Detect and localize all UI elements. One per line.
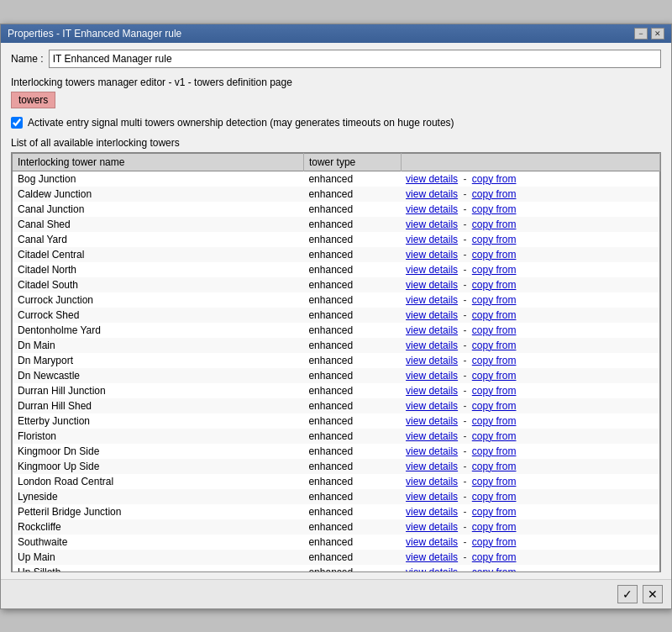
tower-actions-cell: view details - copy from <box>401 535 659 550</box>
tower-type-cell: enhanced <box>303 308 401 323</box>
minimize-button[interactable]: − <box>634 28 648 40</box>
view-details-link[interactable]: view details <box>406 234 458 245</box>
copy-from-link[interactable]: copy from <box>472 400 517 412</box>
tower-actions-cell: view details - copy from <box>401 489 659 504</box>
ok-button[interactable]: ✓ <box>617 585 638 603</box>
table-row: Floristonenhancedview details - copy fro… <box>13 429 660 444</box>
copy-from-link[interactable]: copy from <box>472 264 517 276</box>
table-row: Dentonholme Yardenhancedview details - c… <box>13 323 660 338</box>
name-input[interactable] <box>49 50 661 68</box>
col-header-name: Interlocking tower name <box>13 153 304 171</box>
activation-checkbox[interactable] <box>11 117 23 129</box>
view-details-link[interactable]: view details <box>406 203 458 215</box>
view-details-link[interactable]: view details <box>406 415 458 427</box>
cancel-button[interactable]: ✕ <box>643 585 663 603</box>
view-details-link[interactable]: view details <box>406 536 458 548</box>
copy-from-link[interactable]: copy from <box>472 385 517 397</box>
view-details-link[interactable]: view details <box>406 340 458 351</box>
view-details-link[interactable]: view details <box>406 324 458 336</box>
copy-from-link[interactable]: copy from <box>472 536 517 548</box>
tower-actions-cell: view details - copy from <box>401 247 659 262</box>
copy-from-link[interactable]: copy from <box>472 309 517 321</box>
copy-from-link[interactable]: copy from <box>472 340 517 351</box>
tower-name-cell: Rockcliffe <box>13 519 304 535</box>
view-details-link[interactable]: view details <box>406 249 458 261</box>
tower-actions-cell: view details - copy from <box>401 338 659 353</box>
copy-from-link[interactable]: copy from <box>472 566 517 572</box>
view-details-link[interactable]: view details <box>406 370 458 382</box>
table-row: Citadel Northenhancedview details - copy… <box>13 262 660 277</box>
copy-from-link[interactable]: copy from <box>472 370 517 382</box>
table-row: Currock Junctionenhancedview details - c… <box>13 292 660 308</box>
view-details-link[interactable]: view details <box>406 491 458 503</box>
view-details-link[interactable]: view details <box>406 355 458 366</box>
tower-actions-cell: view details - copy from <box>401 232 659 247</box>
tower-type-cell: enhanced <box>303 368 401 383</box>
tower-type-cell: enhanced <box>303 489 401 504</box>
view-details-link[interactable]: view details <box>406 400 458 412</box>
action-separator: - <box>460 415 470 427</box>
tower-type-cell: enhanced <box>303 262 401 277</box>
tower-type-cell: enhanced <box>303 550 401 565</box>
copy-from-link[interactable]: copy from <box>472 249 517 261</box>
copy-from-link[interactable]: copy from <box>472 234 517 245</box>
checkbox-label: Activate entry signal multi towers owner… <box>28 117 454 129</box>
tower-type-cell: enhanced <box>303 398 401 413</box>
copy-from-link[interactable]: copy from <box>472 188 517 200</box>
view-details-link[interactable]: view details <box>406 521 458 533</box>
view-details-link[interactable]: view details <box>406 566 458 572</box>
view-details-link[interactable]: view details <box>406 385 458 397</box>
copy-from-link[interactable]: copy from <box>472 491 517 503</box>
action-separator: - <box>460 385 470 397</box>
view-details-link[interactable]: view details <box>406 279 458 291</box>
window-content: Name : Interlocking towers manager edito… <box>1 43 671 579</box>
copy-from-link[interactable]: copy from <box>472 173 517 185</box>
checkbox-row: Activate entry signal multi towers owner… <box>11 117 661 129</box>
tower-actions-cell: view details - copy from <box>401 277 659 292</box>
view-details-link[interactable]: view details <box>406 430 458 442</box>
table-row: Citadel Southenhancedview details - copy… <box>13 277 660 292</box>
tower-type-cell: enhanced <box>303 383 401 398</box>
view-details-link[interactable]: view details <box>406 173 458 185</box>
view-details-link[interactable]: view details <box>406 461 458 472</box>
tower-name-cell: Floriston <box>13 429 304 444</box>
tower-actions-cell: view details - copy from <box>401 368 659 383</box>
view-details-link[interactable]: view details <box>406 506 458 518</box>
tower-name-cell: Etterby Junction <box>13 413 304 429</box>
action-separator: - <box>460 491 470 503</box>
copy-from-link[interactable]: copy from <box>472 445 517 457</box>
copy-from-link[interactable]: copy from <box>472 476 517 487</box>
copy-from-link[interactable]: copy from <box>472 279 517 291</box>
editor-header: Interlocking towers manager editor - v1 … <box>11 76 661 88</box>
view-details-link[interactable]: view details <box>406 309 458 321</box>
view-details-link[interactable]: view details <box>406 188 458 200</box>
close-button[interactable]: ✕ <box>651 28 664 40</box>
table-row: Dn Newcastleenhancedview details - copy … <box>13 368 660 383</box>
tower-type-cell: enhanced <box>303 413 401 429</box>
copy-from-link[interactable]: copy from <box>472 203 517 215</box>
tower-name-cell: Southwaite <box>13 535 304 550</box>
copy-from-link[interactable]: copy from <box>472 506 517 518</box>
tower-name-cell: Canal Shed <box>13 217 304 232</box>
view-details-link[interactable]: view details <box>406 294 458 306</box>
tower-type-cell: enhanced <box>303 459 401 474</box>
copy-from-link[interactable]: copy from <box>472 355 517 366</box>
tower-actions-cell: view details - copy from <box>401 262 659 277</box>
copy-from-link[interactable]: copy from <box>472 461 517 472</box>
table-row: Canal Yardenhancedview details - copy fr… <box>13 232 660 247</box>
view-details-link[interactable]: view details <box>406 476 458 487</box>
view-details-link[interactable]: view details <box>406 551 458 563</box>
view-details-link[interactable]: view details <box>406 445 458 457</box>
tower-type-cell: enhanced <box>303 338 401 353</box>
view-details-link[interactable]: view details <box>406 219 458 230</box>
copy-from-link[interactable]: copy from <box>472 430 517 442</box>
copy-from-link[interactable]: copy from <box>472 294 517 306</box>
copy-from-link[interactable]: copy from <box>472 521 517 533</box>
view-details-link[interactable]: view details <box>406 264 458 276</box>
copy-from-link[interactable]: copy from <box>472 551 517 563</box>
copy-from-link[interactable]: copy from <box>472 219 517 230</box>
tower-list-scroll[interactable]: Interlocking tower name tower type Bog J… <box>11 152 661 572</box>
copy-from-link[interactable]: copy from <box>472 415 517 427</box>
table-row: Rockcliffeenhancedview details - copy fr… <box>13 519 660 535</box>
copy-from-link[interactable]: copy from <box>472 324 517 336</box>
